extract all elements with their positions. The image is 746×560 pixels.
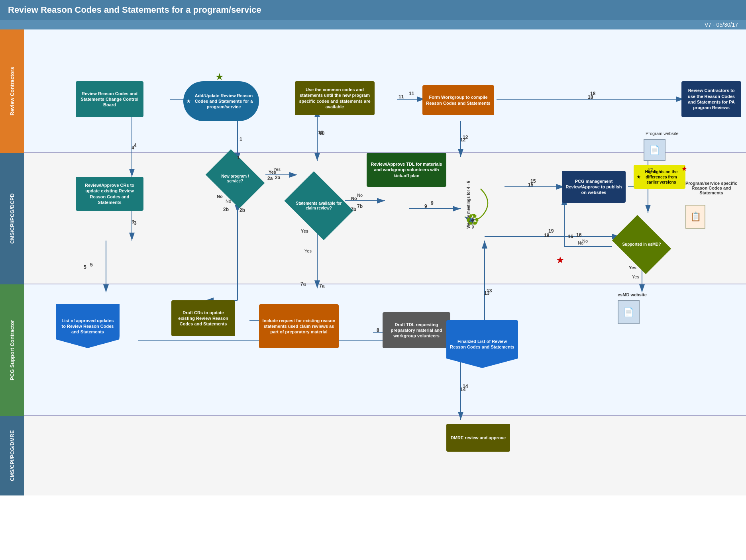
- main-header: Review Reason Codes and Statements for a…: [0, 0, 746, 20]
- doc-icon-program-specific: 📋: [685, 205, 705, 229]
- label-program-website: Program website: [646, 131, 679, 136]
- box-pcg-management: PCG management Review/Approve to publish…: [562, 171, 626, 203]
- step-19: 19: [544, 233, 549, 238]
- label-esmd-website: esMD website: [618, 292, 647, 297]
- step-2a: 2a: [275, 175, 280, 180]
- label-no-statements: No: [351, 196, 357, 201]
- step-14: 14: [460, 387, 465, 392]
- step-3: 3: [132, 219, 134, 225]
- diamond-new-program: New program / service?: [211, 161, 259, 197]
- step-10: 10: [318, 130, 323, 135]
- label-no-1: No: [217, 194, 223, 199]
- box-draft-crs: Draft CRs to update existing Review Reas…: [171, 300, 235, 336]
- label-yes-2a: Yes: [269, 170, 276, 174]
- step-9: 9: [424, 204, 427, 209]
- label-yes-statements: Yes: [301, 229, 308, 233]
- step-4: 4: [132, 145, 134, 151]
- box-review-reason-ccb: Review Reason Codes and Statements Chang…: [76, 81, 143, 117]
- step-1: 1: [237, 155, 240, 161]
- recycle-icon: ♻: [465, 211, 480, 229]
- step-18: 18: [588, 94, 593, 100]
- box-review-contractors-use: Review Contractors to use the Reason Cod…: [681, 81, 741, 117]
- step-7b: 7b: [351, 207, 356, 212]
- box-program-specific: Program/service specific Reason Codes an…: [681, 181, 741, 195]
- page-title: Review Reason Codes and Statements for a…: [8, 5, 261, 15]
- doc-icon-esmd: 📄: [618, 300, 640, 324]
- version-label: V7 - 05/30/17: [705, 22, 738, 28]
- step-13: 13: [484, 290, 489, 296]
- step-7a: 7a: [300, 281, 306, 287]
- step-12: 12: [460, 137, 465, 143]
- box-form-workgroup: Form Workgroup to compile Reason Codes a…: [422, 85, 494, 115]
- star-red-pcg: ★: [556, 255, 565, 266]
- step-16: 16: [568, 234, 573, 239]
- step-2b: 2b: [223, 207, 229, 212]
- doc-icon-program-website: 📄: [644, 139, 666, 161]
- diamond-statements-available: Statements available for claim review?: [291, 185, 347, 227]
- star-green-1: ★: [215, 71, 224, 82]
- label-no-esmd: No: [578, 241, 583, 245]
- version-bar: V7 - 05/30/17: [0, 20, 746, 29]
- box-highlights: ★ Highlights on the differences from ear…: [634, 165, 685, 189]
- box-dmre-review: DMRE review and approve: [446, 424, 510, 452]
- lane-label-review-contractors: Review Contractors: [0, 29, 24, 153]
- box-include-request: Include request for existing reason stat…: [259, 304, 339, 348]
- lane-label-cms-dcpd: CMS/CPI/PCG/DCPD: [0, 153, 24, 284]
- step-8: 8: [377, 327, 379, 333]
- step-5: 5: [84, 264, 86, 270]
- step-17: 17: [648, 168, 653, 173]
- box-review-approve-crs: Review/Approve CRs to update existing Re…: [76, 177, 143, 211]
- label-yes-esmd: Yes: [629, 265, 636, 270]
- star-red-highlights: ★: [681, 165, 687, 172]
- lane-label-cms-dmre: CMS/CPI/PCG/DMRE: [0, 416, 24, 495]
- box-review-approve-tdl: Review/Approve TDL for materials and wor…: [367, 153, 446, 187]
- box-draft-tdl: Draft TDL requesting preparatory materia…: [383, 312, 450, 348]
- box-list-approved: List of approved updates to Review Reaso…: [56, 304, 120, 348]
- step-15: 15: [528, 182, 533, 188]
- box-add-update-review: ★ Add/Update Review Reason Codes and Sta…: [183, 81, 259, 121]
- box-use-common-codes: Use the common codes and statements unti…: [295, 81, 375, 115]
- step-11: 11: [399, 94, 404, 100]
- lane-label-pcg-support: PCG Support Contractor: [0, 284, 24, 416]
- diamond-supported-esmd: Supported in esMD?: [618, 227, 666, 262]
- box-finalized-list: Finalized List of Review Reason Codes an…: [446, 320, 518, 368]
